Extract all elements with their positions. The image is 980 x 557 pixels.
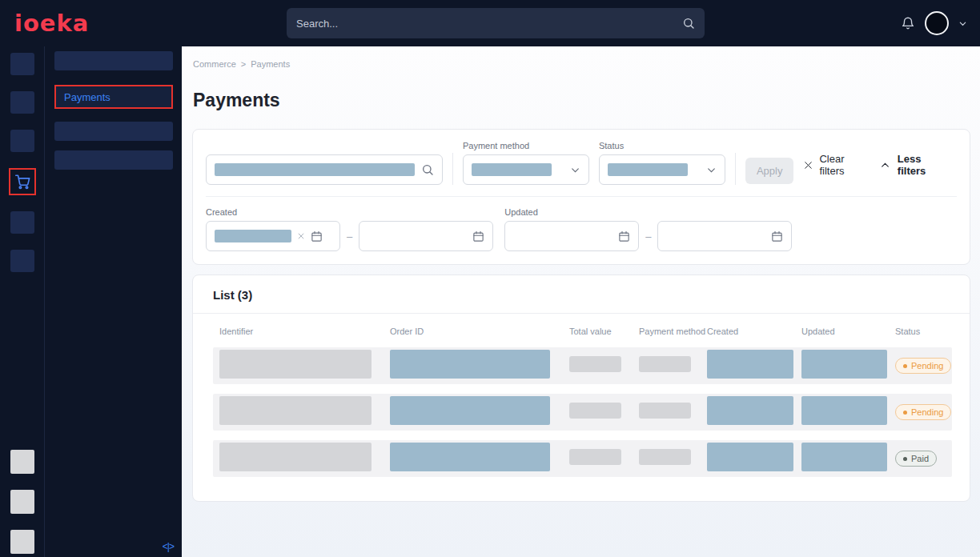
status-select[interactable]: [599, 154, 725, 185]
breadcrumb-separator: >: [241, 59, 246, 69]
rail-nav-item-1[interactable]: [10, 53, 34, 75]
column-header-updated: Updated: [801, 327, 895, 336]
rail-bottom-item-2[interactable]: [10, 490, 34, 514]
notifications-bell-icon[interactable]: [901, 16, 915, 30]
status-badge: Pending: [895, 358, 951, 374]
column-header-status: Status: [895, 327, 943, 336]
status-dot: [903, 411, 907, 415]
identifier-redacted: [219, 396, 372, 425]
filter-search-redacted-value: [215, 163, 415, 176]
updated-label: Updated: [504, 207, 792, 217]
list-title: List (3): [193, 288, 970, 313]
created-from-date-input[interactable]: [206, 221, 340, 251]
date-range-separator: –: [347, 230, 352, 242]
order-id-redacted: [390, 396, 550, 425]
filter-search-input[interactable]: [206, 154, 443, 185]
sidebar-submenu: Payments <|>: [44, 46, 182, 557]
updated-redacted: [801, 443, 887, 471]
rail-nav-item-5[interactable]: [10, 211, 34, 234]
rail-nav-item-3[interactable]: [10, 130, 34, 152]
submenu-item-1[interactable]: [54, 51, 173, 70]
created-label: Created: [206, 207, 493, 217]
chevron-up-icon: [880, 160, 890, 170]
table-row[interactable]: Pending: [213, 347, 952, 384]
created-redacted: [707, 350, 793, 379]
rail-nav-item-commerce-active[interactable]: [9, 168, 36, 195]
brand-logo[interactable]: ioeka: [14, 10, 89, 37]
payment-method-redacted: [639, 356, 691, 372]
app-window: ioeka: [0, 0, 980, 557]
divider: [452, 153, 453, 185]
breadcrumb: Commerce > Payments: [182, 46, 980, 69]
identifier-redacted: [219, 443, 372, 471]
updated-from-date-input[interactable]: [504, 221, 639, 251]
collapse-sidebar-icon[interactable]: <|>: [163, 541, 174, 552]
clear-filters-button[interactable]: Clear filters: [803, 153, 870, 177]
avatar[interactable]: [925, 11, 949, 35]
payment-method-select[interactable]: [463, 154, 589, 185]
rail-bottom-item-3[interactable]: [10, 530, 34, 554]
payments-list-panel: List (3) Identifier Order ID Total value…: [192, 274, 970, 502]
search-icon: [421, 163, 434, 176]
sidebar-item-payments-label: Payments: [64, 91, 110, 103]
payment-method-redacted-value: [472, 163, 552, 176]
status-redacted-value: [608, 163, 688, 176]
total-value-redacted: [569, 449, 621, 465]
submenu-item-4[interactable]: [54, 150, 173, 170]
total-value-redacted: [569, 403, 621, 419]
rail-nav-item-6[interactable]: [10, 250, 34, 272]
rail-bottom-item-1[interactable]: [10, 450, 34, 474]
chevron-down-icon: [570, 165, 580, 175]
status-dot: [903, 457, 907, 461]
page-title: Payments: [193, 90, 980, 111]
column-header-order-id: Order ID: [390, 327, 569, 336]
clear-date-icon[interactable]: [297, 232, 305, 240]
calendar-icon[interactable]: [472, 230, 484, 242]
breadcrumb-payments[interactable]: Payments: [251, 59, 290, 69]
total-value-redacted: [569, 356, 621, 372]
table-header: Identifier Order ID Total value Payment …: [193, 314, 970, 347]
global-search[interactable]: [287, 8, 705, 38]
table-row[interactable]: Paid: [213, 440, 952, 477]
filters-row-1: Payment method Status: [206, 141, 957, 185]
rail-nav-item-2[interactable]: [10, 91, 34, 114]
topbar: ioeka: [0, 0, 980, 46]
updated-redacted: [801, 396, 887, 425]
date-range-separator: –: [645, 230, 651, 242]
payment-method-redacted: [639, 403, 691, 419]
filters-row-2: Created –: [206, 207, 957, 251]
created-redacted: [707, 443, 793, 471]
sidebar-item-payments[interactable]: Payments: [54, 85, 173, 109]
apply-button[interactable]: Apply: [745, 158, 794, 184]
payment-method-redacted: [639, 449, 691, 465]
filters-panel: Payment method Status: [192, 129, 970, 265]
breadcrumb-commerce[interactable]: Commerce: [193, 59, 236, 69]
close-icon: [803, 160, 813, 170]
less-filters-label: Less filters: [898, 153, 950, 177]
payment-method-label: Payment method: [463, 141, 589, 150]
calendar-icon[interactable]: [618, 230, 630, 242]
updated-to-date-input[interactable]: [657, 221, 792, 251]
main-content: Commerce > Payments Payments Payment met…: [182, 46, 980, 557]
search-icon: [682, 17, 695, 30]
column-header-identifier: Identifier: [219, 327, 390, 336]
status-filter: Status: [599, 141, 725, 185]
chevron-down-icon: [706, 165, 717, 175]
column-header-total-value: Total value: [569, 327, 639, 336]
order-id-redacted: [390, 350, 550, 379]
identifier-redacted: [219, 350, 372, 379]
submenu-item-3[interactable]: [54, 122, 173, 141]
status-badge: Pending: [895, 404, 951, 420]
calendar-icon[interactable]: [311, 230, 323, 242]
payment-method-filter: Payment method: [463, 141, 589, 185]
column-header-created: Created: [707, 327, 801, 336]
created-to-date-input[interactable]: [359, 221, 493, 251]
divider: [735, 153, 736, 185]
order-id-redacted: [390, 443, 550, 471]
calendar-icon[interactable]: [771, 230, 783, 242]
global-search-input[interactable]: [296, 18, 682, 30]
less-filters-button[interactable]: Less filters: [880, 153, 950, 177]
account-caret-down-icon[interactable]: [958, 19, 967, 28]
table-row[interactable]: Pending: [213, 394, 952, 431]
created-redacted: [707, 396, 793, 425]
